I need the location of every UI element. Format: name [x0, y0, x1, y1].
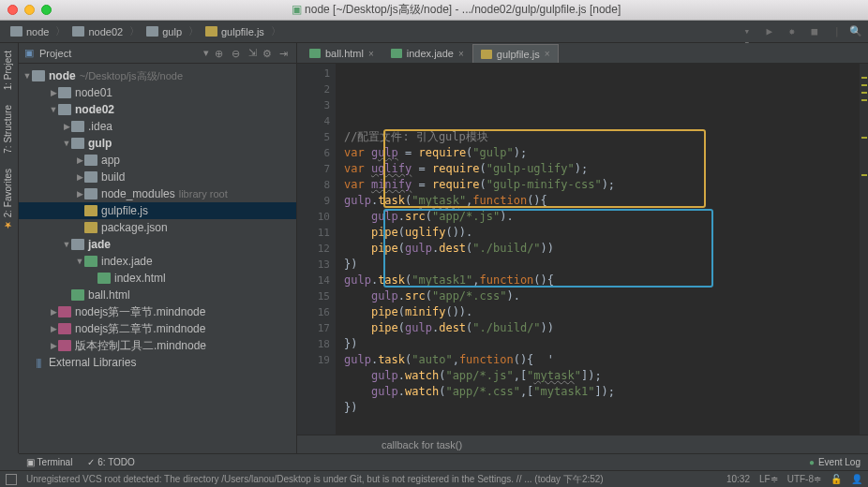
tree-item[interactable]: ▼index.jade: [19, 253, 296, 270]
toolbar-actions: ▾ ▾ ▶ ✸ ■ | 🔍: [743, 25, 862, 38]
tree-item[interactable]: ball.html: [19, 287, 296, 303]
tree-item[interactable]: ▼gulp: [19, 135, 296, 152]
tree-item[interactable]: ▼jade: [19, 236, 296, 253]
window-controls: [7, 5, 52, 15]
tool-window-toggle-icon[interactable]: [6, 474, 17, 485]
project-icon: ▣: [24, 47, 34, 59]
tree-item[interactable]: ▶nodejs第二章节.mindnode: [19, 320, 296, 337]
gutter[interactable]: 12345678910111213141516171819: [297, 64, 337, 435]
status-bar: Unregistered VCS root detected: The dire…: [0, 470, 868, 487]
search-icon[interactable]: 🔍: [849, 25, 862, 38]
project-header: ▣ Project ▾ ⊕ ⊖ ⇲ ⚙ ⇥: [19, 43, 296, 64]
tree-item[interactable]: ▶node01: [19, 84, 296, 101]
lock-icon[interactable]: 🔓: [831, 474, 842, 484]
hide-icon[interactable]: ⇥: [279, 48, 291, 59]
dropdown-icon[interactable]: ▾: [203, 47, 209, 59]
close-tab-icon[interactable]: ×: [545, 49, 550, 59]
tree-item[interactable]: ▶build: [19, 169, 296, 185]
tree-item[interactable]: package.json: [19, 219, 296, 236]
autoscroll-icon[interactable]: ⊖: [232, 48, 243, 59]
tree-item[interactable]: ▶.idea: [19, 118, 296, 135]
editor-tabs: ball.html×index.jade×gulpfile.js×: [297, 43, 868, 64]
todo-tab[interactable]: ✓ 6: TODO: [87, 457, 134, 467]
file-encoding[interactable]: UTF-8≑: [787, 474, 821, 484]
line-separator[interactable]: LF≑: [759, 474, 778, 484]
tree-item[interactable]: ▼node02: [19, 101, 296, 118]
gear-icon[interactable]: ⚙: [262, 48, 274, 59]
tree-external-libraries[interactable]: External Libraries: [19, 354, 296, 371]
bottom-tool-tabs: ▣ Terminal ✓ 6: TODO Event Log: [19, 453, 868, 470]
project-tree[interactable]: ▼node~/Desktop/js高级/node▶node01▼node02▶.…: [19, 64, 296, 453]
close-tab-icon[interactable]: ×: [458, 49, 464, 59]
tree-item[interactable]: index.html: [19, 270, 296, 287]
crumb-node02[interactable]: node02: [67, 24, 127, 39]
editor-tab[interactable]: gulpfile.js×: [472, 44, 559, 63]
stop-icon[interactable]: ■: [811, 25, 824, 38]
editor-area: ball.html×index.jade×gulpfile.js× 123456…: [297, 43, 868, 453]
crumb-gulpfile[interactable]: gulpfile.js: [201, 24, 269, 39]
tab-favorites[interactable]: 2: Favorites: [0, 161, 16, 238]
cursor-position[interactable]: 10:32: [726, 474, 750, 484]
editor-body: 12345678910111213141516171819 //配置文件: 引入…: [297, 64, 868, 435]
minimize-window[interactable]: [24, 5, 35, 15]
close-tab-icon[interactable]: ×: [368, 49, 374, 59]
project-title: Project: [39, 48, 198, 59]
tree-item[interactable]: ▶app: [19, 152, 296, 169]
code-area[interactable]: //配置文件: 引入gulp模块var gulp = require("gulp…: [337, 64, 859, 435]
tree-item[interactable]: ▶node_moduleslibrary root: [19, 185, 296, 202]
path-breadcrumb: node〉 node02〉 gulp〉 gulpfile.js〉: [6, 24, 743, 39]
titlebar: ▣ node [~/Desktop/js高级/node] - .../node0…: [0, 0, 868, 21]
maximize-window[interactable]: [41, 5, 52, 15]
hector-icon[interactable]: 👤: [851, 474, 862, 484]
main-area: ▣ Project ▾ ⊕ ⊖ ⇲ ⚙ ⇥ ▼node~/Desktop/js高…: [19, 43, 868, 453]
tab-project[interactable]: 1: Project: [0, 43, 16, 97]
navigation-bar: node〉 node02〉 gulp〉 gulpfile.js〉 ▾ ▾ ▶ ✸…: [0, 21, 868, 43]
close-window[interactable]: [7, 5, 18, 15]
tab-structure[interactable]: 7: Structure: [0, 97, 16, 161]
window-title: ▣ node [~/Desktop/js高级/node] - .../node0…: [52, 2, 861, 18]
debug-icon[interactable]: ✸: [788, 25, 801, 38]
run-icon[interactable]: ▶: [766, 25, 779, 38]
editor-tab[interactable]: index.jade×: [382, 44, 472, 63]
collapse-icon[interactable]: ⇲: [248, 47, 257, 59]
terminal-tab[interactable]: ▣ Terminal: [26, 457, 72, 467]
left-tool-tabs: 1: Project 7: Structure 2: Favorites: [0, 43, 19, 453]
tree-root[interactable]: ▼node~/Desktop/js高级/node: [19, 67, 296, 84]
code-breadcrumb[interactable]: callback for task(): [297, 435, 868, 453]
event-log-tab[interactable]: Event Log: [809, 457, 861, 467]
crumb-node[interactable]: node: [6, 24, 53, 39]
error-stripe[interactable]: [859, 64, 868, 435]
scroll-from-source-icon[interactable]: ⊕: [215, 48, 226, 59]
run-config-dropdown[interactable]: ▾ ▾: [743, 25, 756, 38]
tree-item[interactable]: gulpfile.js: [19, 202, 296, 219]
tree-item[interactable]: ▶nodejs第一章节.mindnode: [19, 303, 296, 320]
editor-tab[interactable]: ball.html×: [301, 44, 382, 63]
status-message[interactable]: Unregistered VCS root detected: The dire…: [26, 473, 717, 486]
crumb-gulp[interactable]: gulp: [142, 24, 187, 39]
tree-item[interactable]: ▶版本控制工具二.mindnode: [19, 337, 296, 354]
project-panel: ▣ Project ▾ ⊕ ⊖ ⇲ ⚙ ⇥ ▼node~/Desktop/js高…: [19, 43, 297, 453]
